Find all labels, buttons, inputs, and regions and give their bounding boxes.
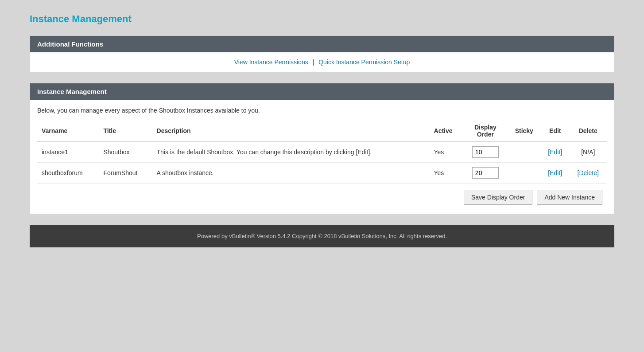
col-active: Active	[430, 120, 464, 142]
cell-edit-1[interactable]: [Edit]	[541, 163, 569, 184]
cell-title-1: ForumShout	[99, 163, 152, 184]
display-order-input-0[interactable]	[472, 146, 499, 158]
quick-instance-permission-setup-link[interactable]: Quick Instance Permission Setup	[318, 59, 410, 66]
cell-display-order-1[interactable]	[463, 163, 507, 184]
instances-tbody: instance1 Shoutbox This is the default S…	[37, 142, 607, 184]
actions-row: Save Display Order Add New Instance	[37, 184, 607, 207]
additional-functions-panel: Additional Functions View Instance Permi…	[30, 35, 614, 72]
table-row: shoutboxforum ForumShout A shoutbox inst…	[37, 163, 607, 184]
col-edit: Edit	[541, 120, 569, 142]
separator: |	[313, 59, 314, 66]
edit-link-1[interactable]: [Edit]	[548, 169, 562, 176]
add-new-instance-button[interactable]: Add New Instance	[537, 190, 602, 205]
cell-varname-1: shoutboxforum	[37, 163, 99, 184]
edit-link-0[interactable]: [Edit]	[548, 149, 562, 156]
cell-title-0: Shoutbox	[99, 142, 152, 163]
cell-active-1: Yes	[430, 163, 464, 184]
cell-delete-0: [N/A]	[569, 142, 607, 163]
col-delete: Delete	[569, 120, 607, 142]
col-sticky: Sticky	[507, 120, 541, 142]
cell-sticky-1	[507, 163, 541, 184]
page-title: Instance Management	[30, 13, 614, 25]
footer-text: Powered by vBulletin® Version 5.4.2 Copy…	[197, 233, 447, 239]
cell-description-1: A shoutbox instance.	[152, 163, 430, 184]
footer: Powered by vBulletin® Version 5.4.2 Copy…	[30, 225, 614, 247]
table-row: instance1 Shoutbox This is the default S…	[37, 142, 607, 163]
description-text: Below, you can manage every aspect of th…	[37, 107, 607, 114]
cell-display-order-0[interactable]	[463, 142, 507, 163]
col-description: Description	[152, 120, 430, 142]
display-order-input-1[interactable]	[472, 167, 499, 179]
col-display-order: DisplayOrder	[463, 120, 507, 142]
na-text-0: [N/A]	[581, 149, 595, 156]
instance-management-header: Instance Management	[30, 83, 614, 100]
cell-delete-1[interactable]: [Delete]	[569, 163, 607, 184]
page-wrapper: Instance Management Additional Functions…	[12, 0, 632, 261]
save-display-order-button[interactable]: Save Display Order	[464, 190, 532, 205]
view-instance-permissions-link[interactable]: View Instance Permissions	[234, 59, 308, 66]
delete-link-1[interactable]: [Delete]	[578, 169, 599, 176]
col-title: Title	[99, 120, 152, 142]
additional-functions-header: Additional Functions	[30, 36, 614, 52]
cell-edit-0[interactable]: [Edit]	[541, 142, 569, 163]
instance-management-panel: Instance Management Below, you can manag…	[30, 83, 614, 214]
col-varname: Varname	[37, 120, 99, 142]
additional-functions-body: View Instance Permissions | Quick Instan…	[30, 52, 614, 72]
cell-sticky-0	[507, 142, 541, 163]
cell-active-0: Yes	[430, 142, 464, 163]
cell-varname-0: instance1	[37, 142, 99, 163]
cell-description-0: This is the default Shoutbox. You can ch…	[152, 142, 430, 163]
table-header-row: Varname Title Description Active Display…	[37, 120, 607, 142]
instance-management-body: Below, you can manage every aspect of th…	[30, 100, 614, 214]
instances-table: Varname Title Description Active Display…	[37, 120, 607, 184]
